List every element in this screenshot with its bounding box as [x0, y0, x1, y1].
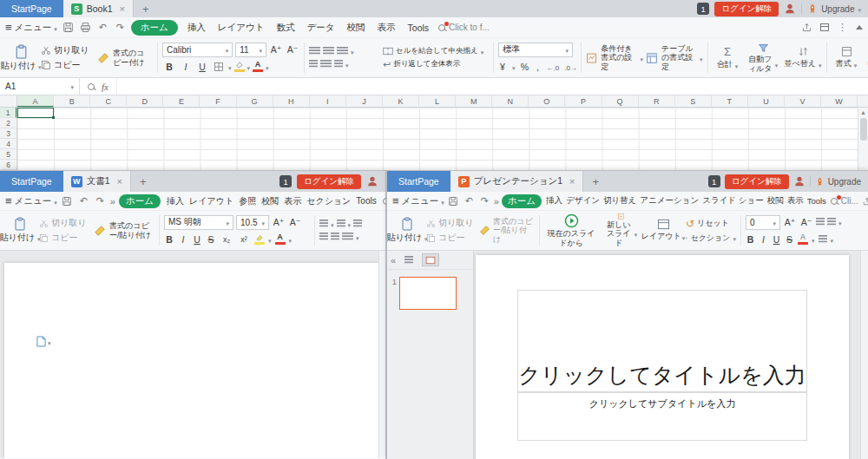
ribbon-tab[interactable]: アニメーション	[638, 193, 700, 208]
bold-button[interactable]: B	[164, 233, 174, 246]
print-button[interactable]	[79, 22, 92, 34]
undo-button[interactable]	[463, 195, 476, 207]
undo-button[interactable]	[96, 22, 109, 34]
logout-button[interactable]: ログイン解除	[297, 174, 361, 189]
conditional-format-button[interactable]: 条件付き書式の設定	[586, 41, 643, 75]
align-left-button[interactable]	[319, 233, 328, 241]
ribbon-tab-home[interactable]: ホーム	[502, 194, 542, 208]
ribbon-tab[interactable]: 挿入	[164, 193, 187, 209]
column-header[interactable]: A	[17, 95, 54, 107]
ribbon-tab-home[interactable]: ホーム	[131, 20, 178, 36]
title-placeholder[interactable]: クリックしてタイトルを入力	[517, 290, 807, 392]
grow-font-button[interactable]: A⁺	[269, 43, 283, 56]
ribbon-tab[interactable]: 表示	[372, 20, 401, 36]
align-left-button[interactable]	[309, 60, 318, 69]
paste-button[interactable]: 貼り付け	[391, 213, 424, 247]
borders-button[interactable]	[212, 60, 226, 74]
format-painter-button[interactable]: 書式のコピー付け	[97, 41, 153, 75]
merge-center-button[interactable]: セルを結合して中央揃え	[383, 46, 489, 56]
grow-font-button[interactable]: A⁺	[272, 215, 286, 229]
ribbon-tab[interactable]: 数式	[272, 20, 300, 36]
slide-thumbnail-item[interactable]: 1	[387, 270, 473, 310]
align-center-button[interactable]	[320, 60, 332, 69]
collapse-panel-icon[interactable]	[391, 255, 396, 266]
column-header[interactable]: I	[310, 95, 346, 107]
cell-name-box[interactable]: A1	[0, 78, 80, 95]
column-header[interactable]: D	[127, 95, 163, 107]
strikethrough-button[interactable]: S	[206, 233, 216, 246]
format-menu-button[interactable]: 書式	[832, 41, 861, 75]
new-tab-button[interactable]: +	[583, 171, 608, 192]
rows-cols-button[interactable]: 行と列	[864, 41, 868, 75]
undo-button[interactable]	[77, 195, 90, 207]
superscript-button[interactable]: x²	[237, 233, 251, 246]
overflow-chevron-icon[interactable]	[494, 196, 499, 207]
column-header[interactable]: H	[273, 95, 310, 107]
cells-area[interactable]	[17, 108, 858, 170]
vertical-scrollbar[interactable]	[378, 251, 385, 458]
subscript-button[interactable]: x₂	[220, 233, 233, 246]
ribbon-tab[interactable]: 参照	[236, 193, 259, 209]
font-color-button[interactable]: A	[798, 233, 808, 245]
menu-button[interactable]: メニュー	[392, 194, 444, 207]
vertical-scrollbar[interactable]	[860, 251, 868, 459]
search-command-box[interactable]: Click to f...	[438, 23, 490, 32]
number-format-select[interactable]: 標準	[498, 43, 573, 57]
layout-button[interactable]: レイアウト	[643, 213, 683, 247]
close-tab-icon[interactable]	[115, 176, 122, 187]
currency-format-button[interactable]: ¥	[498, 60, 507, 74]
align-middle-button[interactable]	[323, 47, 334, 56]
share-icon[interactable]	[800, 22, 813, 34]
percent-format-button[interactable]: %	[521, 60, 529, 74]
sum-button[interactable]: Σ 合計	[713, 41, 742, 75]
grow-font-button[interactable]: A⁺	[783, 215, 797, 229]
notification-badge[interactable]: 1	[708, 175, 720, 187]
font-size-select[interactable]: 10.5	[236, 215, 269, 230]
ribbon-tab[interactable]: 表示	[281, 193, 304, 209]
notification-badge[interactable]: 1	[279, 175, 292, 187]
ribbon-tab[interactable]: 校閲	[259, 193, 281, 209]
row-header[interactable]: 5	[0, 149, 16, 160]
vertical-scrollbar[interactable]: ▲	[858, 108, 868, 170]
align-bottom-button[interactable]	[337, 47, 348, 56]
column-header[interactable]: M	[456, 95, 492, 107]
bold-button[interactable]: B	[746, 233, 755, 246]
paste-button[interactable]: 貼り付け	[3, 41, 38, 75]
column-header[interactable]: Q	[602, 95, 639, 107]
ribbon-tab[interactable]: データ	[302, 20, 340, 36]
underline-button[interactable]: U	[772, 233, 781, 246]
column-header[interactable]: P	[565, 95, 602, 107]
align-left-button[interactable]	[816, 218, 825, 226]
insert-function-button[interactable]: fx	[102, 82, 108, 92]
logout-button[interactable]: ログイン解除	[725, 174, 789, 189]
tab-startpage[interactable]: StartPage	[387, 171, 450, 192]
outline-view-toggle[interactable]	[400, 253, 418, 266]
share-icon[interactable]	[861, 195, 868, 207]
save-button[interactable]	[62, 22, 75, 34]
decrease-decimal-icon[interactable]	[564, 62, 577, 72]
select-all-corner[interactable]	[0, 95, 17, 107]
ribbon-tab[interactable]: 校閲	[342, 20, 371, 36]
redo-button[interactable]	[94, 195, 107, 207]
column-header[interactable]: L	[419, 95, 456, 107]
more-options-icon[interactable]	[836, 22, 849, 34]
fill-color-button[interactable]	[234, 61, 245, 72]
column-header[interactable]: E	[163, 95, 200, 107]
collapse-ribbon-icon[interactable]	[856, 25, 863, 30]
font-size-select[interactable]: 0	[746, 215, 780, 230]
ribbon-tab[interactable]: 挿入	[544, 193, 564, 208]
section-button[interactable]: セクション	[686, 233, 736, 244]
underline-button[interactable]: U	[195, 60, 209, 74]
user-avatar-icon[interactable]	[784, 3, 796, 15]
notification-badge[interactable]: 1	[697, 3, 709, 15]
column-header[interactable]: T	[712, 95, 748, 107]
column-header[interactable]: W	[821, 95, 858, 107]
bold-button[interactable]: B	[162, 60, 176, 74]
user-avatar-icon[interactable]	[366, 175, 378, 187]
save-button[interactable]	[61, 195, 74, 207]
format-painter-button[interactable]: 書式のコピー/貼り付け	[94, 213, 155, 247]
indent-button[interactable]	[353, 220, 362, 228]
slide-view-toggle[interactable]	[422, 253, 439, 266]
font-size-select[interactable]: 11	[235, 43, 266, 57]
redo-button[interactable]	[114, 22, 127, 34]
